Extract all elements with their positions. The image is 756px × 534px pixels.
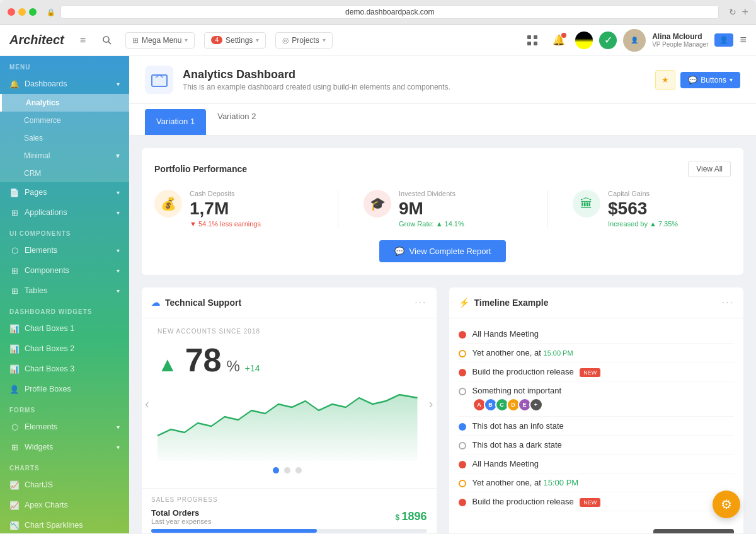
up-arrow: ▲ xyxy=(650,220,656,228)
view-all-messages-button[interactable]: View All Messages xyxy=(653,529,734,533)
timeline-item-8: Yet another one, at 15:00 PM xyxy=(459,473,735,492)
favorite-button[interactable]: ★ xyxy=(655,70,675,90)
chevron-icon: ▾ xyxy=(117,209,120,216)
widget-menu-button[interactable]: ··· xyxy=(415,297,427,308)
sidebar-item-label: Chart Boxes 3 xyxy=(25,364,74,373)
carousel-dot-2[interactable] xyxy=(284,467,290,473)
main-layout: MENU 🔔 Dashboards ▾ Analytics Commerce S… xyxy=(0,56,756,533)
sidebar-item-commerce[interactable]: Commerce xyxy=(0,112,129,129)
apps-grid-icon[interactable] xyxy=(522,30,542,50)
sidebar-item-label: Chart Sparklines xyxy=(25,521,83,530)
timeline-item-4: Something not important A B C D E + xyxy=(459,381,735,417)
browser-url[interactable]: demo.dashboardpack.com xyxy=(60,5,719,19)
sidebar-item-applications[interactable]: ⊞ Applications ▾ xyxy=(0,202,129,223)
tl-title: Build the production release NEW xyxy=(472,497,735,506)
metric-change: ▼ 54.1% less earnings xyxy=(190,220,261,228)
sidebar-item-chart-boxes-2[interactable]: 📊 Chart Boxes 2 xyxy=(0,339,129,359)
browser-chrome: 🔒 demo.dashboardpack.com ↻ + xyxy=(0,0,756,25)
sidebar-item-chart-sparklines[interactable]: 📉 Chart Sparklines xyxy=(0,515,129,533)
carousel-next-button[interactable]: › xyxy=(429,396,433,410)
browser-dots xyxy=(8,8,37,16)
close-dot[interactable] xyxy=(8,8,15,16)
carousel-dot-3[interactable] xyxy=(295,467,302,473)
svg-point-0 xyxy=(103,37,109,42)
settings-fab[interactable]: ⚙ xyxy=(713,490,740,518)
forms-label: FORMS xyxy=(0,399,129,417)
sidebar-item-minimal[interactable]: Minimal ▾ xyxy=(0,147,129,165)
mega-menu-btn[interactable]: ⊞ Mega Menu ▾ xyxy=(125,32,195,49)
widget-header: ☁ Technical Support ··· xyxy=(142,287,437,318)
sidebar-item-elements[interactable]: ⬡ Elements ▾ xyxy=(0,240,129,260)
down-arrow: ▼ xyxy=(190,220,197,228)
metric-label: Capital Gains xyxy=(608,190,678,197)
sales-progress: SALES PROGRESS Total Orders Last year ex… xyxy=(142,488,437,533)
tab-variation1[interactable]: Variation 1 xyxy=(145,109,206,135)
sidebar-item-analytics[interactable]: Analytics xyxy=(0,94,129,112)
sidebar-item-label: Chart Boxes 2 xyxy=(25,344,74,353)
timeline-menu-button[interactable]: ··· xyxy=(722,297,734,308)
tl-title: All Hands Meeting xyxy=(472,329,735,339)
metric-change: Increased by ▲ 7.35% xyxy=(608,220,678,228)
timeline-list: All Hands Meeting Yet another one, at 15… xyxy=(449,318,744,518)
sidebar-item-widgets[interactable]: ⊞ Widgets ▾ xyxy=(0,437,129,457)
portfolio-title: Portfolio Performance xyxy=(154,164,247,174)
projects-btn[interactable]: ◎ Projects ▾ xyxy=(275,32,332,49)
view-all-button[interactable]: View All xyxy=(688,161,731,177)
search-icon[interactable] xyxy=(98,32,116,49)
separator xyxy=(547,190,547,228)
metric-details: Invested Dividents 9M Grow Rate: ▲ 14.1% xyxy=(399,190,464,228)
tl-title: Yet another one, at 15:00 PM xyxy=(472,478,735,487)
timeline-widget: ⚡ Timeline Example ··· All Hands Meeting xyxy=(449,287,744,533)
minimize-dot[interactable] xyxy=(18,8,26,16)
tab-variation2[interactable]: Variation 2 xyxy=(206,104,267,135)
nav-more-icon[interactable]: ≡ xyxy=(740,33,747,47)
sidebar-item-chart-boxes-3[interactable]: 📊 Chart Boxes 3 xyxy=(0,359,129,379)
up-arrow: ▲ xyxy=(436,220,443,228)
timeline-item-3: Build the production release NEW xyxy=(459,363,735,381)
sidebar-item-dashboards[interactable]: 🔔 Dashboards ▾ xyxy=(0,74,129,94)
tl-title: Yet another one, at 15:00 PM xyxy=(472,348,735,357)
sidebar-item-label: Components xyxy=(25,266,69,275)
sidebar-item-sales[interactable]: Sales xyxy=(0,129,129,147)
chevron-icon: ▾ xyxy=(117,267,120,274)
tabs-bar: Variation 1 Variation 2 xyxy=(129,104,756,136)
sidebar-item-chart-boxes-1[interactable]: 📊 Chart Boxes 1 xyxy=(0,318,129,339)
minimal-chevron: ▾ xyxy=(116,151,120,160)
cash-icon: 💰 xyxy=(154,190,182,218)
hamburger-icon[interactable]: ≡ xyxy=(80,35,86,46)
tl-dot xyxy=(459,388,466,395)
sidebar-item-components[interactable]: ⊞ Components ▾ xyxy=(0,260,129,281)
new-tab-icon[interactable]: + xyxy=(742,6,748,19)
tl-title: Build the production release NEW xyxy=(472,367,735,376)
sales-progress-label: SALES PROGRESS xyxy=(151,496,427,503)
metric-value: 1,7M xyxy=(190,200,261,218)
timeline-title: ⚡ Timeline Example xyxy=(459,298,549,308)
sidebar-item-apex-charts[interactable]: 📈 Apex Charts xyxy=(0,495,129,515)
tl-dot xyxy=(459,423,466,431)
refresh-icon[interactable]: ↻ xyxy=(729,7,736,17)
profile-btn[interactable]: 👤 xyxy=(714,33,733,47)
sidebar-item-crm[interactable]: CRM xyxy=(0,165,129,182)
page-header-icon xyxy=(145,66,173,94)
sidebar-item-chartjs[interactable]: 📈 ChartJS xyxy=(0,475,129,495)
carousel-dot-1[interactable] xyxy=(273,467,279,473)
menu-label: MENU xyxy=(0,56,129,74)
sidebar-item-label: Apex Charts xyxy=(25,501,68,509)
buttons-button[interactable]: 💬 Buttons ▾ xyxy=(680,72,740,88)
timeline-item-6: This dot has a dark state xyxy=(459,436,735,455)
view-complete-report-button[interactable]: 💬 View Complete Report xyxy=(379,240,507,262)
sidebar-item-pages[interactable]: 📄 Pages ▾ xyxy=(0,182,129,202)
carousel-prev-button[interactable]: ‹ xyxy=(145,396,149,410)
elements-icon: ⬡ xyxy=(9,245,20,255)
sidebar-item-profile-boxes[interactable]: 👤 Profile Boxes xyxy=(0,379,129,399)
sidebar-item-label: ChartJS xyxy=(25,480,53,489)
bell-icon: 🔔 xyxy=(9,79,20,89)
maximize-dot[interactable] xyxy=(29,8,37,16)
sidebar-item-tables[interactable]: ⊞ Tables ▾ xyxy=(0,281,129,301)
settings-btn[interactable]: 4 Settings ▾ xyxy=(204,32,266,49)
sidebar-item-label: Elements xyxy=(25,422,57,431)
sidebar-item-form-elements[interactable]: ⬡ Elements ▾ xyxy=(0,417,129,437)
notifications-icon[interactable]: 🔔 xyxy=(549,30,569,50)
tl-content: Yet another one, at 15:00 PM xyxy=(472,348,735,357)
chart-icon: 📊 xyxy=(9,344,20,354)
